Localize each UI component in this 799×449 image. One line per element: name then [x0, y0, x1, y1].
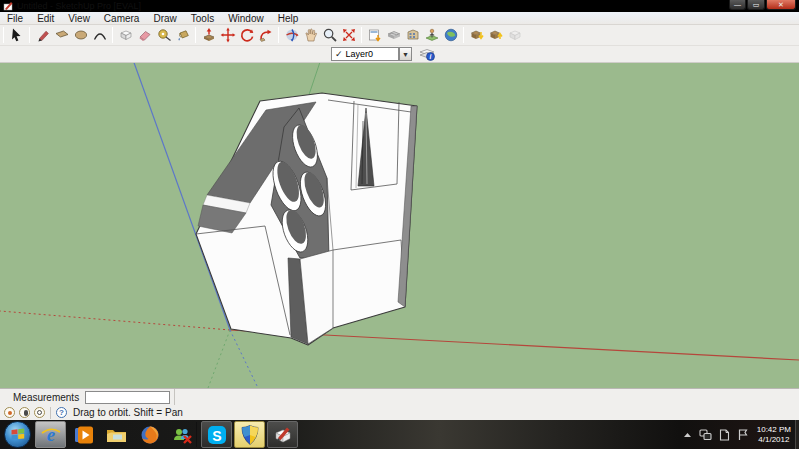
menu-file[interactable]: File — [0, 12, 30, 25]
windows-taskbar: e S 10:42 PM 4/ — [0, 420, 799, 449]
layer-dropdown-value: Layer0 — [346, 49, 374, 59]
layer-dropdown[interactable]: ✓ Layer0 — [331, 47, 399, 61]
media-player-icon — [73, 424, 95, 446]
taskbar-sketchup[interactable] — [267, 421, 298, 448]
share-models-tool-icon[interactable] — [486, 26, 505, 45]
removable-device-tray-icon[interactable] — [719, 429, 730, 441]
svg-text:i: i — [430, 53, 432, 60]
menu-draw[interactable]: Draw — [146, 12, 183, 25]
taskbar-divider — [196, 422, 197, 447]
taskbar-media-player[interactable] — [68, 421, 99, 448]
network-tray-icon[interactable] — [699, 429, 712, 441]
sketchup-app-icon — [3, 1, 13, 11]
arc-tool-icon[interactable] — [90, 26, 109, 45]
circle-tool-icon[interactable] — [71, 26, 90, 45]
internet-explorer-icon: e — [40, 424, 62, 446]
tray-date: 4/1/2012 — [757, 435, 791, 445]
status-bar: ? Drag to orbit. Shift = Pan — [0, 405, 799, 420]
measurements-bar: Measurements — [0, 388, 799, 405]
menu-view[interactable]: View — [61, 12, 97, 25]
svg-text:S: S — [212, 427, 221, 443]
windows-logo-icon — [11, 428, 25, 441]
rotate-tool-icon[interactable] — [237, 26, 256, 45]
tape-measure-tool-icon[interactable] — [154, 26, 173, 45]
model[interactable] — [196, 93, 417, 345]
window-title: Untitled - SketchUp Pro [EVAL] — [17, 1, 141, 11]
make-component-tool-icon[interactable] — [116, 26, 135, 45]
claim-model-status-icon[interactable] — [19, 407, 30, 418]
menu-help[interactable]: Help — [271, 12, 306, 25]
model-credit-status-icon[interactable] — [34, 407, 45, 418]
taskbar-live-messenger[interactable] — [167, 421, 198, 448]
rectangle-tool-icon[interactable] — [52, 26, 71, 45]
status-hint-text: Drag to orbit. Shift = Pan — [73, 407, 183, 418]
measurements-input[interactable] — [85, 391, 170, 404]
pan-tool-icon[interactable] — [301, 26, 320, 45]
photo-textures-tool-icon[interactable] — [403, 26, 422, 45]
help-icon[interactable]: ? — [56, 407, 67, 418]
close-button[interactable]: ✕ — [766, 0, 796, 10]
eraser-tool-icon[interactable] — [135, 26, 154, 45]
get-models-tool-icon[interactable] — [467, 26, 486, 45]
geolocation-status-icon[interactable] — [4, 407, 15, 418]
minimize-button[interactable]: — — [729, 0, 746, 10]
move-tool-icon[interactable] — [218, 26, 237, 45]
menu-window[interactable]: Window — [221, 12, 271, 25]
show-hidden-icons-button[interactable] — [683, 431, 692, 439]
modeling-viewport[interactable] — [0, 63, 799, 388]
taskbar-internet-explorer[interactable]: e — [35, 421, 66, 448]
skype-icon: S — [206, 424, 228, 446]
share-component-tool-icon[interactable] — [505, 26, 524, 45]
desktop: Untitled - SketchUp Pro [EVAL] — ▭ ✕ Fil… — [0, 0, 799, 449]
menu-edit[interactable]: Edit — [30, 12, 61, 25]
show-desktop-button[interactable] — [795, 420, 799, 449]
divider — [50, 407, 51, 419]
taskbar-windows-explorer[interactable] — [101, 421, 132, 448]
start-button[interactable] — [4, 421, 31, 448]
measurements-label: Measurements — [13, 392, 79, 403]
zoom-tool-icon[interactable] — [320, 26, 339, 45]
main-toolbar — [0, 25, 799, 46]
sketchup-taskbar-icon — [272, 424, 294, 446]
taskbar-security-shield[interactable] — [234, 421, 265, 448]
line-tool-icon[interactable] — [33, 26, 52, 45]
folder-icon — [105, 424, 128, 446]
layer-visible-check-icon: ✓ — [335, 49, 343, 59]
title-bar[interactable]: Untitled - SketchUp Pro [EVAL] — ▭ ✕ — [0, 0, 799, 12]
system-tray: 10:42 PM 4/1/2012 — [676, 420, 791, 449]
follow-me-tool-icon[interactable] — [256, 26, 275, 45]
layer-manager-icon[interactable]: i — [418, 46, 436, 62]
firefox-icon — [139, 424, 161, 446]
orbit-tool-icon[interactable] — [282, 26, 301, 45]
tray-clock[interactable]: 10:42 PM 4/1/2012 — [757, 425, 791, 445]
security-shield-icon — [240, 424, 260, 446]
add-location-tool-icon[interactable] — [365, 26, 384, 45]
menu-tools[interactable]: Tools — [184, 12, 221, 25]
toggle-terrain-tool-icon[interactable] — [384, 26, 403, 45]
divider — [174, 389, 175, 406]
paint-bucket-tool-icon[interactable] — [173, 26, 192, 45]
svg-text:e: e — [46, 424, 55, 445]
viewport-svg[interactable] — [0, 63, 799, 388]
zoom-extents-tool-icon[interactable] — [339, 26, 358, 45]
layer-dropdown-arrow[interactable]: ▼ — [399, 47, 412, 61]
taskbar-firefox[interactable] — [134, 421, 165, 448]
menu-camera[interactable]: Camera — [97, 12, 147, 25]
select-tool-icon[interactable] — [7, 26, 26, 45]
push-pull-tool-icon[interactable] — [199, 26, 218, 45]
tray-time: 10:42 PM — [757, 425, 791, 435]
messenger-offline-icon — [171, 424, 194, 446]
taskbar-skype[interactable]: S — [201, 421, 232, 448]
restore-button[interactable]: ▭ — [747, 0, 765, 10]
layers-toolbar: ✓ Layer0 ▼ i — [0, 46, 799, 63]
preview-model-tool-icon[interactable] — [422, 26, 441, 45]
action-center-flag-icon[interactable] — [737, 429, 749, 441]
menu-bar: FileEditViewCameraDrawToolsWindowHelp — [0, 12, 799, 25]
google-earth-tool-icon[interactable] — [441, 26, 460, 45]
